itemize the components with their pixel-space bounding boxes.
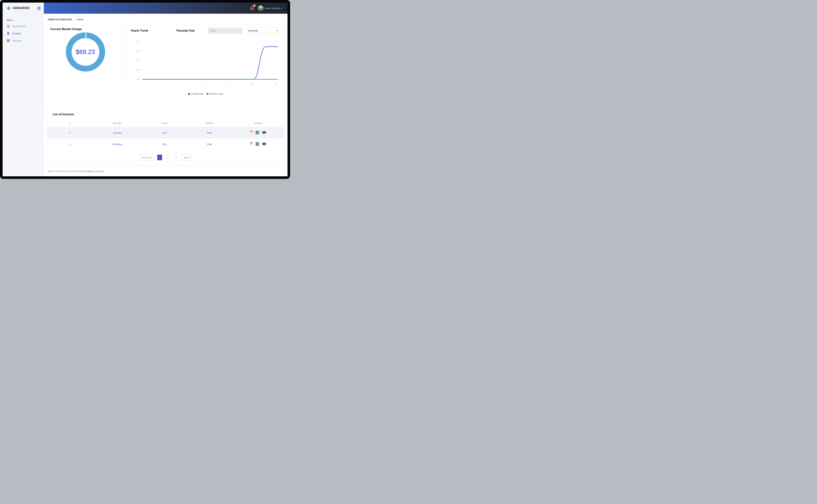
sidebar-item-invoice[interactable]: Invoice <box>3 30 44 37</box>
page-number-2[interactable]: 2 <box>165 155 170 160</box>
svg-text:X: X <box>256 143 257 145</box>
page-number-1[interactable]: 1 <box>157 155 162 160</box>
user-menu[interactable]: name demo1 ▾ <box>258 5 282 11</box>
footer-text: 2022 © SONAROS. powered by <box>48 170 83 173</box>
cell-index[interactable]: 2 <box>47 138 92 150</box>
sidebar-item-label: Invoice <box>12 32 21 35</box>
invoice-row-2: 2February330PaidPDFX <box>47 138 284 150</box>
brand-name: SONAROS <box>13 6 37 10</box>
content-column: 0 name demo1 ▾ ADMIN DASHBOARD › Home <box>44 3 288 176</box>
download-excel-button[interactable]: X <box>256 131 259 135</box>
legend-dot-icon <box>207 93 209 95</box>
cell-month[interactable]: February <box>92 138 142 150</box>
svg-text:80.00: 80.00 <box>135 40 140 43</box>
passing-year-label: Passing Year <box>176 29 195 32</box>
svg-text:PDF: PDF <box>251 142 252 143</box>
view-invoice-button[interactable] <box>262 142 266 146</box>
sidebar: SONAROS Menu DashboardInvoiceBackup <box>3 3 44 176</box>
svg-text:2: 2 <box>152 82 154 85</box>
footer-link[interactable]: CloudOasis.com.au <box>83 170 104 173</box>
notification-badge: 0 <box>253 4 256 7</box>
excel-icon: X <box>256 142 259 146</box>
legend-item-current-year[interactable]: Current Year <box>188 93 203 95</box>
breadcrumb-section: ADMIN DASHBOARD <box>48 18 72 21</box>
eye-icon <box>262 142 266 146</box>
sidebar-item-backup[interactable]: Backup <box>3 37 44 44</box>
app-window: SONAROS Menu DashboardInvoiceBackup 0 <box>3 3 288 176</box>
breadcrumb-current[interactable]: Home <box>77 18 83 21</box>
month-filter-value: All Month <box>248 29 258 32</box>
cell-status: Paid <box>187 127 232 138</box>
notifications-button[interactable]: 0 <box>250 6 254 11</box>
breadcrumb: ADMIN DASHBOARD › Home <box>48 18 284 21</box>
page-number-3[interactable]: 3 <box>173 155 178 160</box>
excel-icon: X <box>256 131 259 135</box>
invoices-title: List of Invoices <box>47 113 284 116</box>
breadcrumb-separator-icon: › <box>74 18 75 21</box>
cell-month[interactable]: January <box>92 127 142 138</box>
screen-frame: SONAROS Menu DashboardInvoiceBackup 0 <box>0 0 290 179</box>
user-name: name demo1 <box>265 7 280 10</box>
eye-icon <box>262 131 266 135</box>
yearly-trend-card: Yearly Trend Passing Year All Month ▼ 0.… <box>127 25 284 103</box>
download-excel-button[interactable]: X <box>256 142 259 146</box>
col-header-cost: Cost <box>142 119 187 127</box>
col-header-index: # <box>47 119 92 127</box>
trend-line-chart: 0.0020.0040.0060.0080.00123456789101112 <box>130 35 281 92</box>
download-pdf-button[interactable]: PDF <box>250 130 253 135</box>
download-pdf-button[interactable]: PDF <box>250 142 253 146</box>
donut-hole: $69.23 <box>72 38 99 66</box>
cell-status: Paid <box>187 138 232 150</box>
svg-text:6: 6 <box>201 82 204 85</box>
svg-text:0.00: 0.00 <box>136 78 140 80</box>
year-input[interactable] <box>208 28 243 34</box>
donut-value: $69.23 <box>76 48 95 55</box>
previous-page-button[interactable]: Previous <box>140 154 154 161</box>
donut-ring: $69.23 <box>66 32 105 72</box>
sidebar-nav: DashboardInvoiceBackup <box>3 23 44 44</box>
svg-text:10: 10 <box>250 82 253 86</box>
svg-text:11: 11 <box>262 82 266 85</box>
invoice-icon <box>7 32 10 35</box>
invoices-card: List of Invoices # Month Cost Status Act… <box>47 109 284 165</box>
donut-card-title: Current Month Charge <box>50 28 120 31</box>
svg-text:4: 4 <box>177 82 179 85</box>
next-page-button[interactable]: Next <box>181 154 192 161</box>
grid-icon <box>7 39 10 42</box>
invoice-row-1: 1January220PaidPDFX <box>47 127 284 138</box>
svg-text:40.00: 40.00 <box>135 59 140 62</box>
sidebar-item-label: Backup <box>12 39 21 42</box>
main-area: ADMIN DASHBOARD › Home Current Month Cha… <box>44 14 288 176</box>
col-header-status: Status <box>187 119 232 127</box>
svg-text:60.00: 60.00 <box>135 50 140 52</box>
invoices-table: # Month Cost Status Action 1January220Pa… <box>47 119 284 150</box>
footer: 2022 © SONAROS. powered by CloudOasis.co… <box>47 167 284 176</box>
pagination: Previous123Next <box>47 154 284 161</box>
pdf-icon: PDF <box>250 142 253 146</box>
sidebar-item-label: Dashboard <box>12 25 26 28</box>
hamburger-menu-icon[interactable] <box>37 6 41 10</box>
svg-text:12: 12 <box>275 82 278 86</box>
trend-header: Yearly Trend Passing Year All Month ▼ <box>130 28 281 34</box>
col-header-month: Month <box>92 119 142 127</box>
cell-cost: 330 <box>142 138 187 150</box>
month-filter-select[interactable]: All Month ▼ <box>246 28 281 34</box>
legend-item-previous-year[interactable]: Previous Year <box>207 93 223 95</box>
select-chevron-icon: ▼ <box>277 30 279 32</box>
chevron-down-icon: ▾ <box>281 7 282 9</box>
svg-text:PDF: PDF <box>251 131 252 132</box>
cell-cost: 220 <box>142 127 187 138</box>
legend-label: Current Year <box>191 93 203 95</box>
trend-title: Yearly Trend <box>130 29 148 32</box>
logo-row: SONAROS <box>3 3 44 14</box>
brand-logo-icon <box>6 6 11 11</box>
legend-label: Previous Year <box>210 93 223 95</box>
view-invoice-button[interactable] <box>262 131 266 135</box>
menu-section-label: Menu <box>3 14 44 23</box>
chart-legend: Current YearPrevious Year <box>130 93 281 95</box>
sidebar-item-dashboard[interactable]: Dashboard <box>3 23 44 30</box>
svg-text:X: X <box>256 131 257 134</box>
avatar <box>258 5 264 11</box>
cell-index[interactable]: 1 <box>47 127 92 138</box>
svg-text:20.00: 20.00 <box>135 69 140 71</box>
